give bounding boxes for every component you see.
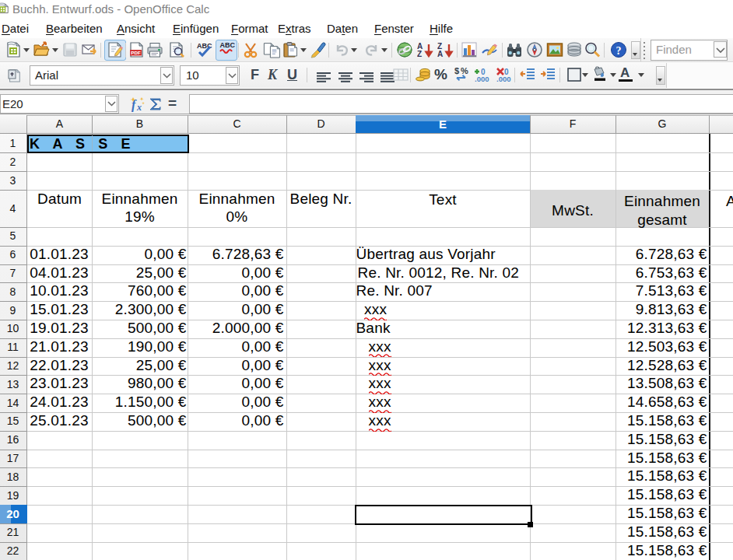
svg-text:.000: .000 [475, 75, 489, 83]
svg-text:%: % [461, 66, 468, 75]
svg-text:Z: Z [417, 50, 422, 58]
svg-text:.000: .000 [496, 75, 511, 83]
svg-text:Z: Z [437, 42, 442, 51]
svg-text:A: A [417, 42, 423, 51]
svg-text:ABC: ABC [220, 41, 236, 49]
svg-text:PDF: PDF [131, 50, 141, 55]
svg-text:$: $ [454, 66, 459, 75]
svg-text:A: A [437, 50, 443, 58]
svg-text:ABC: ABC [197, 42, 212, 50]
svg-text:x: x [136, 102, 142, 113]
svg-text:?: ? [616, 45, 622, 57]
